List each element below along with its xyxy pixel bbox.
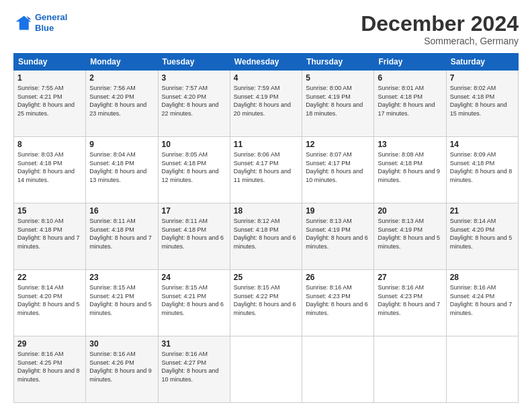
day-number: 9 bbox=[89, 140, 154, 149]
logo-general: General bbox=[35, 12, 67, 22]
cell-info: Sunrise: 8:14 AMSunset: 4:20 PMDaylight:… bbox=[17, 284, 80, 316]
cell-info: Sunrise: 8:16 AMSunset: 4:26 PMDaylight:… bbox=[89, 351, 152, 383]
cell-info: Sunrise: 8:16 AMSunset: 4:25 PMDaylight:… bbox=[17, 351, 80, 383]
day-number: 30 bbox=[89, 339, 154, 349]
cell-info: Sunrise: 8:06 AMSunset: 4:17 PMDaylight:… bbox=[234, 151, 291, 183]
day-number: 25 bbox=[234, 273, 298, 282]
day-number: 26 bbox=[306, 273, 370, 282]
day-number: 20 bbox=[378, 206, 442, 216]
calendar-cell: 1 Sunrise: 7:55 AMSunset: 4:21 PMDayligh… bbox=[14, 71, 86, 137]
col-tuesday: Tuesday bbox=[158, 54, 230, 71]
day-number: 23 bbox=[89, 273, 154, 282]
calendar-cell: 6 Sunrise: 8:01 AMSunset: 4:18 PMDayligh… bbox=[374, 71, 446, 137]
calendar-cell: 8 Sunrise: 8:03 AMSunset: 4:18 PMDayligh… bbox=[14, 137, 86, 203]
calendar-cell: 11 Sunrise: 8:06 AMSunset: 4:17 PMDaylig… bbox=[230, 137, 302, 203]
col-wednesday: Wednesday bbox=[230, 54, 302, 71]
day-number: 16 bbox=[89, 206, 154, 216]
calendar-cell: 25 Sunrise: 8:15 AMSunset: 4:22 PMDaylig… bbox=[230, 270, 302, 336]
col-monday: Monday bbox=[86, 54, 158, 71]
calendar-cell bbox=[302, 336, 374, 403]
cell-info: Sunrise: 8:11 AMSunset: 4:18 PMDaylight:… bbox=[162, 218, 224, 250]
day-number: 14 bbox=[450, 140, 515, 149]
day-number: 29 bbox=[17, 339, 82, 349]
calendar-cell: 19 Sunrise: 8:13 AMSunset: 4:19 PMDaylig… bbox=[302, 203, 374, 270]
logo-blue: Blue bbox=[35, 23, 67, 34]
day-number: 12 bbox=[306, 140, 370, 149]
col-sunday: Sunday bbox=[14, 54, 86, 71]
cell-info: Sunrise: 8:15 AMSunset: 4:21 PMDaylight:… bbox=[162, 284, 224, 316]
calendar-cell: 29 Sunrise: 8:16 AMSunset: 4:25 PMDaylig… bbox=[14, 336, 86, 403]
calendar-cell: 13 Sunrise: 8:08 AMSunset: 4:18 PMDaylig… bbox=[374, 137, 446, 203]
day-number: 15 bbox=[17, 206, 82, 216]
cell-info: Sunrise: 8:12 AMSunset: 4:18 PMDaylight:… bbox=[234, 218, 296, 250]
cell-info: Sunrise: 8:09 AMSunset: 4:18 PMDaylight:… bbox=[450, 151, 513, 183]
logo-text: General Blue bbox=[35, 12, 67, 33]
calendar-cell: 18 Sunrise: 8:12 AMSunset: 4:18 PMDaylig… bbox=[230, 203, 302, 270]
calendar-cell: 10 Sunrise: 8:05 AMSunset: 4:18 PMDaylig… bbox=[158, 137, 230, 203]
calendar-cell: 15 Sunrise: 8:10 AMSunset: 4:18 PMDaylig… bbox=[14, 203, 86, 270]
calendar-week-2: 8 Sunrise: 8:03 AMSunset: 4:18 PMDayligh… bbox=[14, 137, 519, 203]
header: General Blue December 2024 Sommerach, Ge… bbox=[13, 12, 519, 46]
cell-info: Sunrise: 8:14 AMSunset: 4:20 PMDaylight:… bbox=[450, 218, 513, 250]
day-number: 3 bbox=[162, 73, 226, 83]
day-number: 27 bbox=[378, 273, 442, 282]
day-number: 24 bbox=[162, 273, 226, 282]
cell-info: Sunrise: 8:08 AMSunset: 4:18 PMDaylight:… bbox=[378, 151, 440, 183]
day-number: 17 bbox=[162, 206, 226, 216]
day-number: 19 bbox=[306, 206, 370, 216]
cell-info: Sunrise: 8:15 AMSunset: 4:22 PMDaylight:… bbox=[234, 284, 296, 316]
day-number: 1 bbox=[17, 73, 82, 83]
calendar-cell: 9 Sunrise: 8:04 AMSunset: 4:18 PMDayligh… bbox=[86, 137, 158, 203]
cell-info: Sunrise: 8:03 AMSunset: 4:18 PMDaylight:… bbox=[17, 151, 75, 183]
cell-info: Sunrise: 8:01 AMSunset: 4:18 PMDaylight:… bbox=[378, 85, 435, 117]
cell-info: Sunrise: 8:10 AMSunset: 4:18 PMDaylight:… bbox=[17, 218, 80, 250]
calendar-cell: 31 Sunrise: 8:16 AMSunset: 4:27 PMDaylig… bbox=[158, 336, 230, 403]
day-number: 2 bbox=[89, 73, 154, 83]
calendar-header-row: Sunday Monday Tuesday Wednesday Thursday… bbox=[14, 54, 519, 71]
cell-info: Sunrise: 8:13 AMSunset: 4:19 PMDaylight:… bbox=[306, 218, 368, 250]
day-number: 8 bbox=[17, 140, 82, 149]
day-number: 13 bbox=[378, 140, 442, 149]
cell-info: Sunrise: 7:57 AMSunset: 4:20 PMDaylight:… bbox=[162, 85, 219, 117]
day-number: 7 bbox=[450, 73, 515, 83]
calendar-week-4: 22 Sunrise: 8:14 AMSunset: 4:20 PMDaylig… bbox=[14, 270, 519, 336]
calendar-cell bbox=[230, 336, 302, 403]
day-number: 18 bbox=[234, 206, 298, 216]
cell-info: Sunrise: 8:16 AMSunset: 4:23 PMDaylight:… bbox=[378, 284, 440, 316]
page: General Blue December 2024 Sommerach, Ge… bbox=[0, 0, 532, 411]
day-number: 21 bbox=[450, 206, 515, 216]
calendar-cell: 5 Sunrise: 8:00 AMSunset: 4:19 PMDayligh… bbox=[302, 71, 374, 137]
day-number: 10 bbox=[162, 140, 226, 149]
calendar-cell: 22 Sunrise: 8:14 AMSunset: 4:20 PMDaylig… bbox=[14, 270, 86, 336]
calendar-cell bbox=[374, 336, 446, 403]
col-thursday: Thursday bbox=[302, 54, 374, 71]
logo: General Blue bbox=[13, 12, 67, 33]
day-number: 31 bbox=[162, 339, 226, 349]
cell-info: Sunrise: 8:15 AMSunset: 4:21 PMDaylight:… bbox=[89, 284, 152, 316]
title-block: December 2024 Sommerach, Germany bbox=[361, 12, 519, 46]
col-saturday: Saturday bbox=[446, 54, 518, 71]
cell-info: Sunrise: 8:16 AMSunset: 4:23 PMDaylight:… bbox=[306, 284, 368, 316]
calendar-cell: 26 Sunrise: 8:16 AMSunset: 4:23 PMDaylig… bbox=[302, 270, 374, 336]
day-number: 4 bbox=[234, 73, 298, 83]
calendar-cell: 7 Sunrise: 8:02 AMSunset: 4:18 PMDayligh… bbox=[446, 71, 518, 137]
calendar-week-3: 15 Sunrise: 8:10 AMSunset: 4:18 PMDaylig… bbox=[14, 203, 519, 270]
cell-info: Sunrise: 8:05 AMSunset: 4:18 PMDaylight:… bbox=[162, 151, 219, 183]
cell-info: Sunrise: 8:11 AMSunset: 4:18 PMDaylight:… bbox=[89, 218, 152, 250]
calendar-cell: 21 Sunrise: 8:14 AMSunset: 4:20 PMDaylig… bbox=[446, 203, 518, 270]
cell-info: Sunrise: 8:13 AMSunset: 4:19 PMDaylight:… bbox=[378, 218, 440, 250]
day-number: 28 bbox=[450, 273, 515, 282]
calendar-week-5: 29 Sunrise: 8:16 AMSunset: 4:25 PMDaylig… bbox=[14, 336, 519, 403]
calendar-cell: 17 Sunrise: 8:11 AMSunset: 4:18 PMDaylig… bbox=[158, 203, 230, 270]
calendar-cell: 3 Sunrise: 7:57 AMSunset: 4:20 PMDayligh… bbox=[158, 71, 230, 137]
cell-info: Sunrise: 7:59 AMSunset: 4:19 PMDaylight:… bbox=[234, 85, 291, 117]
calendar-week-1: 1 Sunrise: 7:55 AMSunset: 4:21 PMDayligh… bbox=[14, 71, 519, 137]
cell-info: Sunrise: 8:07 AMSunset: 4:17 PMDaylight:… bbox=[306, 151, 363, 183]
calendar-cell: 16 Sunrise: 8:11 AMSunset: 4:18 PMDaylig… bbox=[86, 203, 158, 270]
cell-info: Sunrise: 8:02 AMSunset: 4:18 PMDaylight:… bbox=[450, 85, 507, 117]
day-number: 5 bbox=[306, 73, 370, 83]
cell-info: Sunrise: 8:16 AMSunset: 4:27 PMDaylight:… bbox=[162, 351, 219, 383]
calendar-cell: 4 Sunrise: 7:59 AMSunset: 4:19 PMDayligh… bbox=[230, 71, 302, 137]
cell-info: Sunrise: 7:56 AMSunset: 4:20 PMDaylight:… bbox=[89, 85, 146, 117]
month-title: December 2024 bbox=[361, 12, 519, 36]
